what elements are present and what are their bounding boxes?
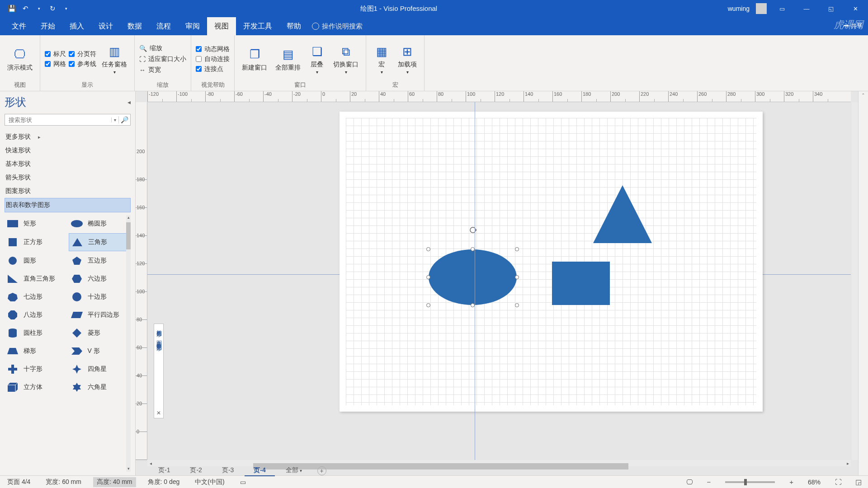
close-flag-icon[interactable]: ✕ [156,410,161,416]
search-drop-icon[interactable]: ▾ [111,117,118,122]
auto-connect-checkbox[interactable]: 自动连接 [196,55,230,63]
menu-tab-开发工具[interactable]: 开发工具 [236,17,279,35]
shape-item-cross[interactable]: 十字形 [5,361,67,378]
presentation-status-icon[interactable]: 🖵 [684,477,696,487]
page-tab-4[interactable]: 页-4 [245,465,274,476]
resize-handle[interactable] [426,303,430,307]
status-height[interactable]: 高度: 40 mm [93,477,136,487]
add-page-button[interactable]: + [317,466,326,475]
presentation-mode-button[interactable]: 🖵 演示模式 [5,45,35,74]
triangle-shape[interactable] [593,185,652,243]
page-tab-3[interactable]: 页-3 [213,465,243,476]
all-pages-tab[interactable]: 全部 [277,465,311,476]
search-icon[interactable]: 🔎 [118,116,130,123]
collapse-ribbon-icon[interactable]: ˆ [858,91,868,475]
resize-handle[interactable] [471,247,475,251]
drawing-page[interactable] [340,112,763,412]
resize-handle[interactable] [471,303,475,307]
shape-item-triangle[interactable]: 三角形 [69,233,131,251]
shape-item-diamond[interactable]: 菱形 [69,324,131,342]
resize-handle[interactable] [426,247,430,251]
rotation-handle-icon[interactable] [469,226,477,234]
taskpanes-button[interactable]: ▥ 任务窗格▾ [99,42,130,76]
share-button[interactable]: ⮫ 共享 [843,22,863,30]
scroll-up-icon[interactable]: ▴ [126,215,131,221]
shape-item-trapezoid[interactable]: 梯形 [5,343,67,360]
ellipse-shape-selected[interactable] [429,249,517,305]
collapse-panel-icon[interactable]: ◂ [127,99,131,106]
dynamic-grid-checkbox[interactable]: 动态网格 [196,45,230,53]
status-angle[interactable]: 角度: 0 deg [144,477,184,487]
pattern-shapes-category[interactable]: 图案形状 [5,184,131,198]
ribbon-options-icon[interactable]: ▭ [773,3,791,14]
page-tab-1[interactable]: 页-1 [149,465,179,476]
menu-tab-视图[interactable]: 视图 [207,17,236,35]
side-flag-tab[interactable]: 椭圆形 - 图表和数学图形 ✕ [154,324,164,418]
shapes-scrollbar-thumb[interactable] [126,222,131,249]
arrange-all-button[interactable]: ▤全部重排 [273,45,303,74]
page-tab-2[interactable]: 页-2 [181,465,211,476]
shape-item-cube[interactable]: 立方体 [5,379,67,396]
menu-tab-开始[interactable]: 开始 [33,17,62,35]
shape-item-parallelogram[interactable]: 平行四边形 [69,306,131,324]
quick-shapes-category[interactable]: 快速形状 [5,144,131,157]
fit-window-button[interactable]: ⛶适应窗口大小 [139,55,186,63]
shape-item-circle[interactable]: 圆形 [5,252,67,269]
vertical-scrollbar[interactable] [852,102,858,460]
guides-checkbox[interactable]: 参考线 [69,60,96,68]
tell-me[interactable]: 操作说明搜索 [322,22,363,31]
status-language[interactable]: 中文(中国) [191,477,228,487]
undo-drop-icon[interactable]: ▾ [35,5,42,12]
menu-tab-流程[interactable]: 流程 [149,17,178,35]
ruler-checkbox[interactable]: 标尺 [45,50,66,58]
macro-record-icon[interactable]: ▭ [236,478,250,487]
pagebreaks-checkbox[interactable]: 分页符 [69,50,96,58]
shape-item-octagon[interactable]: 八边形 [5,306,67,324]
resize-handle[interactable] [426,275,430,279]
arrow-shapes-category[interactable]: 箭头形状 [5,171,131,184]
zoom-out-button[interactable]: − [704,477,713,487]
shape-item-chevron[interactable]: V 形 [69,343,131,360]
resize-handle[interactable] [515,303,519,307]
switch-window-button[interactable]: ⧉切换窗口▾ [330,42,361,76]
minimize-icon[interactable]: — [797,3,816,14]
maximize-icon[interactable]: ◱ [822,3,840,14]
shape-item-star4[interactable]: 四角星 [69,361,131,378]
scroll-right-icon[interactable]: ▸ [844,461,851,466]
qat-drop-icon[interactable]: ▾ [62,5,70,12]
menu-tab-帮助[interactable]: 帮助 [279,17,308,35]
status-width[interactable]: 宽度: 60 mm [42,477,85,487]
connection-points-checkbox[interactable]: 连接点 [196,65,230,73]
shape-item-right-triangle[interactable]: 直角三角形 [5,270,67,287]
shape-item-ellipse[interactable]: 椭圆形 [69,215,131,232]
new-window-button[interactable]: ❐新建窗口 [239,45,270,74]
zoom-button[interactable]: 🔍缩放 [139,44,186,52]
shape-item-rectangle[interactable]: 矩形 [5,215,67,232]
search-shapes-input[interactable] [5,117,111,123]
zoom-percent[interactable]: 68% [804,478,824,487]
shape-item-hexagon[interactable]: 六边形 [69,270,131,287]
page-width-button[interactable]: ↔页宽 [139,66,186,74]
avatar[interactable] [756,3,767,14]
shape-item-square[interactable]: 正方形 [5,233,67,251]
shape-item-heptagon[interactable]: 七边形 [5,288,67,305]
macro-button[interactable]: ▦宏▾ [371,42,392,76]
resize-handle[interactable] [515,275,519,279]
shape-item-pentagon[interactable]: 五边形 [69,252,131,269]
menu-tab-设计[interactable]: 设计 [91,17,120,35]
menu-tab-数据[interactable]: 数据 [120,17,149,35]
scroll-left-icon[interactable]: ◂ [147,461,154,466]
fit-page-icon[interactable]: ⛶ [832,477,844,487]
shape-item-decagon[interactable]: 十边形 [69,288,131,305]
cascade-button[interactable]: ❏层叠▾ [306,42,328,76]
menu-tab-审阅[interactable]: 审阅 [178,17,207,35]
save-icon[interactable]: 💾 [8,5,15,12]
more-shapes-category[interactable]: 更多形状 [5,130,131,144]
grid-checkbox[interactable]: 网格 [45,60,66,68]
scroll-down-icon[interactable]: ▾ [126,466,131,472]
undo-icon[interactable]: ↶ [22,5,29,12]
shape-item-cylinder[interactable]: 圆柱形 [5,324,67,342]
chart-math-category[interactable]: 图表和数学图形 [5,198,131,212]
close-icon[interactable]: ✕ [846,3,864,14]
zoom-slider[interactable] [725,481,775,483]
